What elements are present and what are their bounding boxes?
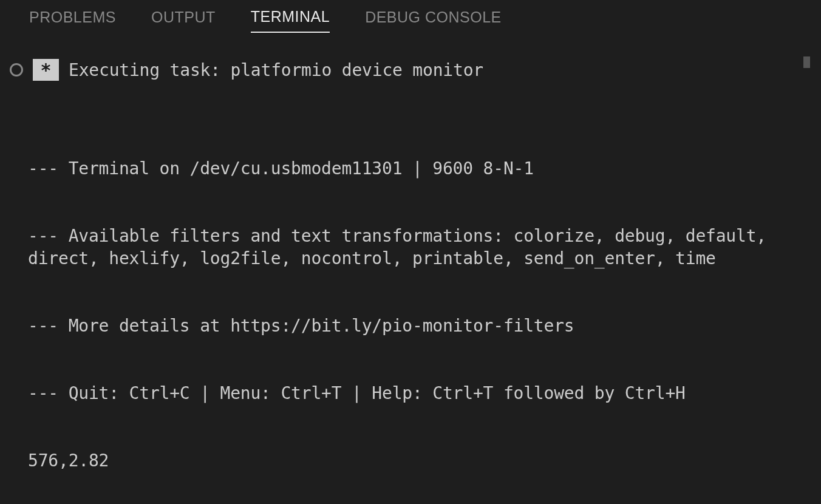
task-command-text: Executing task: platformio device monito… bbox=[69, 60, 483, 80]
terminal-line: --- Terminal on /dev/cu.usbmodem11301 | … bbox=[28, 157, 821, 180]
scrollbar-thumb[interactable] bbox=[803, 56, 810, 68]
terminal-line: --- Available filters and text transform… bbox=[28, 225, 821, 270]
tab-debug-console[interactable]: DEBUG CONSOLE bbox=[365, 9, 502, 32]
terminal-line: --- Quit: Ctrl+C | Menu: Ctrl+T | Help: … bbox=[28, 382, 821, 404]
panel-tabs: PROBLEMS OUTPUT TERMINAL DEBUG CONSOLE bbox=[0, 0, 821, 41]
terminal-panel[interactable]: * Executing task: platformio device moni… bbox=[0, 41, 821, 504]
terminal-output[interactable]: --- Terminal on /dev/cu.usbmodem11301 | … bbox=[10, 112, 821, 504]
data-output-line: 576,2.82 bbox=[28, 449, 821, 472]
task-status-icon bbox=[10, 63, 23, 77]
task-header: * Executing task: platformio device moni… bbox=[10, 59, 821, 81]
terminal-line: --- More details at https://bit.ly/pio-m… bbox=[28, 315, 821, 337]
task-asterisk-badge: * bbox=[33, 59, 59, 81]
tab-problems[interactable]: PROBLEMS bbox=[29, 9, 116, 32]
tab-terminal[interactable]: TERMINAL bbox=[251, 8, 330, 33]
tab-output[interactable]: OUTPUT bbox=[151, 9, 216, 32]
